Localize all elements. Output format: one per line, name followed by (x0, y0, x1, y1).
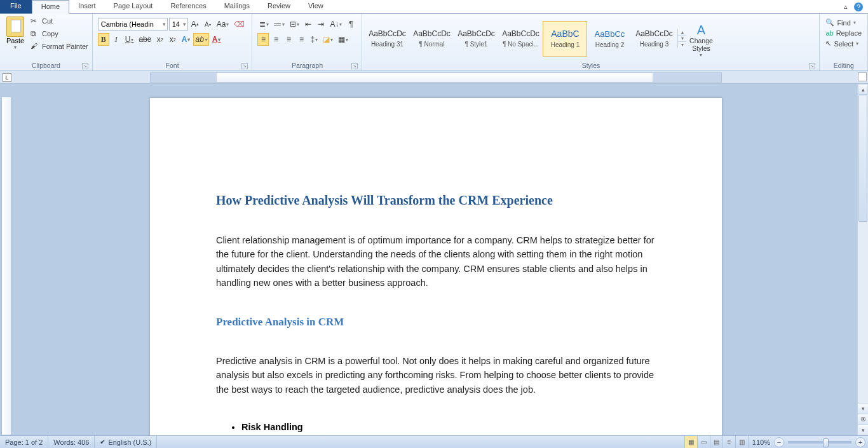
font-color-button[interactable]: A (210, 33, 223, 46)
bullets-button[interactable]: ≣ (257, 18, 271, 31)
zoom-out-button[interactable]: − (774, 437, 784, 447)
shading-button[interactable]: ◪ (321, 33, 335, 46)
group-paragraph: ≣ ≔ ⊟ ⇤ ⇥ A↓ ¶ ≡ ≡ ≡ ≡ ‡ ◪ ▦ (252, 14, 362, 71)
subscript-button[interactable]: x2 (154, 33, 166, 46)
copy-button[interactable]: Copy (29, 28, 90, 39)
ruler-toggle[interactable] (858, 72, 867, 81)
view-draft[interactable]: ▥ (735, 436, 748, 448)
scroll-down-icon[interactable]: ▾ (858, 403, 868, 414)
format-painter-button[interactable]: Format Painter (29, 41, 90, 52)
doc-heading-1[interactable]: How Predictive Analysis Will Transform t… (216, 193, 656, 208)
vertical-scrollbar[interactable]: ▴ ▾ ⦿ ▾ (857, 84, 868, 435)
vertical-ruler[interactable] (1, 97, 11, 435)
scroll-track[interactable] (858, 95, 868, 403)
tab-home[interactable]: Home (32, 0, 69, 14)
view-full-screen[interactable]: ▭ (697, 436, 710, 448)
italic-button[interactable]: I (111, 33, 122, 46)
style-item-heading-31[interactable]: AaBbCcDcHeading 31 (365, 21, 409, 57)
text-effects-button[interactable]: A (180, 33, 193, 46)
next-page-icon[interactable]: ▾ (858, 424, 868, 435)
font-name-combo[interactable]: Cambria (Headin (98, 18, 168, 31)
prev-page-icon[interactable]: ⦿ (858, 414, 868, 424)
doc-bullet-1[interactable]: Risk Handling (241, 422, 656, 432)
zoom-level[interactable]: 110% (748, 436, 774, 448)
paste-icon (6, 17, 24, 37)
tab-page-layout[interactable]: Page Layout (105, 0, 162, 13)
status-words[interactable]: Words: 406 (48, 436, 95, 448)
tab-selector[interactable]: L (3, 73, 11, 82)
style-item---no-spaci---[interactable]: AaBbCcDc¶ No Spaci... (498, 21, 543, 57)
style-name: ¶ Style1 (465, 41, 487, 48)
zoom-slider[interactable] (788, 441, 851, 444)
group-label-styles: Styles↘ (365, 62, 817, 71)
minimize-ribbon-icon[interactable]: ▵ (841, 3, 850, 11)
change-case-button[interactable]: Aa (215, 18, 231, 31)
doc-heading-2[interactable]: Predictive Analysis in CRM (216, 316, 656, 329)
underline-button[interactable]: U (123, 33, 136, 46)
tab-mailings[interactable]: Mailings (215, 0, 259, 13)
align-left-button[interactable]: ≡ (257, 33, 269, 46)
gallery-up-icon[interactable]: ▴ (678, 29, 686, 36)
replace-button[interactable]: abReplace (825, 29, 862, 37)
find-button[interactable]: 🔍Find▾ (825, 18, 862, 27)
style-item-heading-1[interactable]: AaBbCHeading 1 (543, 21, 587, 57)
change-styles-button[interactable]: A Change Styles ▾ (686, 19, 715, 58)
scroll-thumb[interactable] (858, 95, 867, 222)
style-preview: AaBbCcDc (502, 29, 539, 38)
doc-paragraph-2[interactable]: Predictive analysis in CRM is a powerful… (216, 354, 656, 397)
styles-dialog-launcher[interactable]: ↘ (809, 63, 815, 69)
font-size-combo[interactable]: 14 (169, 18, 188, 31)
decrease-indent-button[interactable]: ⇤ (302, 18, 314, 31)
shrink-font-button[interactable]: A▾ (202, 18, 214, 31)
style-item---normal[interactable]: AaBbCcDc¶ Normal (409, 21, 454, 57)
status-language[interactable]: ✔English (U.S.) (95, 436, 157, 448)
multilevel-button[interactable]: ⊟ (288, 18, 301, 31)
line-spacing-button[interactable]: ‡ (308, 33, 320, 46)
superscript-button[interactable]: x2 (167, 33, 179, 46)
group-label-paragraph: Paragraph↘ (255, 62, 359, 71)
doc-bullet-list[interactable]: Risk Handling (241, 422, 656, 432)
view-print-layout[interactable]: ▦ (684, 436, 697, 448)
numbering-button[interactable]: ≔ (272, 18, 287, 31)
tab-insert[interactable]: Insert (69, 0, 105, 13)
document-page[interactable]: How Predictive Analysis Will Transform t… (150, 98, 722, 435)
scissors-icon (31, 17, 39, 25)
clipboard-dialog-launcher[interactable]: ↘ (82, 63, 88, 69)
strikethrough-button[interactable]: abc (137, 33, 153, 46)
sort-button[interactable]: A↓ (328, 18, 344, 31)
paste-button[interactable]: Paste ▾ (3, 15, 28, 51)
scroll-up-icon[interactable]: ▴ (858, 84, 868, 95)
status-page[interactable]: Page: 1 of 2 (0, 436, 48, 448)
clear-formatting-button[interactable]: ⌫ (232, 18, 247, 31)
help-icon[interactable]: ? (854, 3, 863, 11)
styles-gallery-scroll[interactable]: ▴ ▾ ▾ (677, 29, 686, 48)
tab-view[interactable]: View (299, 0, 332, 13)
font-dialog-launcher[interactable]: ↘ (241, 63, 248, 69)
highlight-button[interactable]: ab (193, 33, 208, 46)
cut-button[interactable]: Cut (29, 15, 90, 27)
gallery-down-icon[interactable]: ▾ (678, 36, 686, 42)
tab-file[interactable]: File (0, 0, 32, 13)
justify-button[interactable]: ≡ (295, 33, 307, 46)
style-item---style1[interactable]: AaBbCcDc¶ Style1 (454, 21, 498, 57)
paragraph-dialog-launcher[interactable]: ↘ (351, 63, 358, 69)
grow-font-button[interactable]: A▴ (189, 18, 201, 31)
borders-button[interactable]: ▦ (336, 33, 350, 46)
select-button[interactable]: ↖Select▾ (825, 39, 862, 48)
view-outline[interactable]: ≡ (722, 436, 735, 448)
doc-paragraph-1[interactable]: Client relationship management is of opt… (216, 233, 656, 290)
increase-indent-button[interactable]: ⇥ (315, 18, 327, 31)
align-right-button[interactable]: ≡ (283, 33, 294, 46)
style-name: ¶ No Spaci... (503, 41, 539, 48)
horizontal-ruler[interactable] (150, 72, 722, 83)
tab-references[interactable]: References (161, 0, 215, 13)
style-item-heading-2[interactable]: AaBbCcHeading 2 (587, 21, 632, 57)
style-item-heading-3[interactable]: AaBbCcDcHeading 3 (632, 21, 676, 57)
zoom-in-button[interactable]: + (855, 437, 865, 447)
align-center-button[interactable]: ≡ (270, 33, 281, 46)
bold-button[interactable]: B (98, 33, 109, 46)
gallery-more-icon[interactable]: ▾ (678, 42, 686, 48)
show-marks-button[interactable]: ¶ (345, 18, 356, 31)
tab-review[interactable]: Review (259, 0, 299, 13)
view-web-layout[interactable]: ▤ (710, 436, 722, 448)
